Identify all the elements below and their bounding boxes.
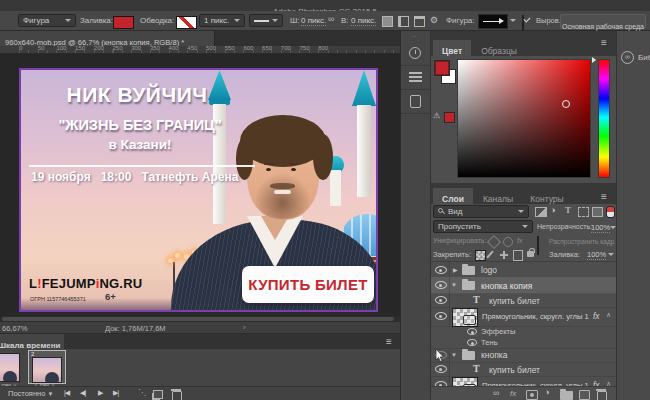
previous-frame-icon[interactable]: ◀| (80, 389, 85, 397)
libraries-panel-button[interactable]: ∞ Библиотеки (617, 49, 650, 67)
blend-mode-dropdown[interactable]: Пропустить (433, 220, 533, 233)
expand-icon[interactable]: ▶ (453, 266, 458, 273)
panel-button-properties[interactable] (401, 66, 430, 90)
gamut-warning-swatch[interactable] (444, 112, 455, 123)
opacity-field[interactable]: 100% (591, 223, 610, 233)
layer-row-text[interactable]: T купить билет (431, 293, 616, 308)
panel-button-device-preview[interactable] (401, 90, 430, 114)
layer-row-knopka-kopiya[interactable]: ▼ кнопка копия (431, 277, 616, 294)
document-tab[interactable]: 960x640-mob.psd @ 66,7% (кнопка копия, R… (0, 31, 215, 46)
shape-preview[interactable] (478, 14, 508, 29)
visibility-toggle[interactable] (435, 266, 447, 274)
status-options-arrow[interactable]: › (243, 323, 246, 332)
layer-mask-icon[interactable] (526, 390, 538, 400)
visibility-toggle[interactable] (435, 365, 447, 373)
animation-frame[interactable] (0, 353, 20, 382)
color-panel-menu-icon[interactable]: ≡ (601, 37, 606, 48)
canvas[interactable]: НИК ВУЙЧИЧ "ЖИЗНЬ БЕЗ ГРАНИЦ" в Казани! … (19, 68, 378, 312)
ruler-tick-label: 400 (169, 46, 179, 51)
visibility-toggle[interactable] (435, 281, 447, 289)
layer-style-icon[interactable]: fx (510, 389, 516, 398)
workspace-switcher[interactable]: Основная рабочая среда (560, 14, 646, 29)
scrollbar-thumb[interactable] (2, 317, 394, 321)
gear-icon[interactable]: ⚙ (430, 15, 438, 25)
collapse-icon[interactable]: ▼ (451, 282, 457, 288)
layer-row-effects[interactable]: Эффекты (431, 326, 616, 337)
path-arrangement-icon[interactable] (414, 16, 425, 27)
animation-frame-selected[interactable]: 2 (28, 350, 66, 384)
pasteboard[interactable]: НИК ВУЙЧИЧ "ЖИЗНЬ БЕЗ ГРАНИЦ" в Казани! … (0, 54, 400, 316)
fx-collapse-icon[interactable]: ∧ (606, 311, 611, 319)
zoom-level-field[interactable]: 66,67% (2, 324, 27, 333)
tab-color[interactable]: Цвет (433, 40, 471, 56)
path-alignment-icon[interactable] (398, 16, 409, 27)
fill-field[interactable]: 100% (587, 250, 606, 260)
filter-shape-layers-icon[interactable] (578, 207, 589, 217)
layer-row-logo[interactable]: ▶ logo (431, 262, 616, 278)
filtering-toggle[interactable] (606, 206, 615, 218)
new-group-icon[interactable] (560, 391, 573, 400)
color-field-marker[interactable] (562, 100, 570, 108)
lock-transparency-icon[interactable] (475, 250, 486, 261)
fx-badge[interactable]: fx (593, 311, 600, 321)
unify-position-icon[interactable] (487, 235, 501, 249)
chevron-down-icon[interactable] (510, 19, 516, 22)
foreground-color-swatch[interactable] (434, 60, 450, 76)
play-icon[interactable]: ▶ (98, 389, 103, 397)
layers-panel-menu-icon[interactable]: ≡ (601, 191, 606, 202)
stroke-type-dropdown[interactable] (249, 14, 283, 27)
stroke-width-dropdown[interactable]: 1 пикс. (199, 14, 245, 27)
layer-row-text[interactable]: T купить билет (431, 362, 616, 377)
stroke-width-value: 1 пикс. (204, 16, 229, 25)
panel-button-history[interactable] (401, 42, 430, 66)
collapse-icon[interactable]: ▼ (451, 352, 457, 358)
filter-smart-objects-icon[interactable] (592, 207, 603, 217)
next-frame-icon[interactable]: ▶| (113, 389, 118, 397)
timeline-tab[interactable]: Шкала времени (0, 334, 64, 349)
lock-artboard-icon[interactable] (513, 250, 523, 261)
fill-color-swatch[interactable] (113, 16, 134, 29)
chevron-down-icon[interactable] (608, 253, 614, 256)
timeline-menu-icon[interactable]: ≡ (386, 336, 391, 347)
visibility-toggle[interactable] (435, 296, 447, 304)
loop-mode-dropdown[interactable]: Постоянно ▼ (8, 389, 53, 398)
unify-visibility-icon[interactable] (503, 237, 513, 247)
saturation-brightness-field[interactable] (457, 59, 591, 178)
first-frame-icon[interactable]: |◀ (64, 389, 69, 397)
filter-type-layers-icon[interactable]: T (565, 205, 571, 215)
adjustment-layer-icon[interactable]: ◑ (544, 387, 549, 397)
visibility-toggle[interactable] (467, 339, 477, 346)
tab-swatches[interactable]: Образцы (473, 40, 525, 56)
path-operations-icon[interactable] (382, 16, 393, 27)
new-layer-icon[interactable] (579, 390, 590, 400)
buy-ticket-button[interactable]: КУПИТЬ БИЛЕТ (242, 266, 374, 303)
filter-adjustment-layers-icon[interactable]: ◑ (550, 205, 555, 215)
filter-pixel-layers-icon[interactable] (535, 207, 547, 217)
tab-channels[interactable]: Каналы (475, 188, 521, 204)
horizontal-ruler[interactable]: 0501001502002503003504004505005506006507… (0, 46, 400, 54)
unify-style-icon[interactable]: fx (517, 237, 522, 244)
delete-frame-icon[interactable] (172, 391, 182, 400)
tool-mode-dropdown[interactable]: Фигура (18, 14, 76, 27)
delete-layer-icon[interactable] (597, 391, 607, 400)
layer-row-shape[interactable]: Прямоугольник, скругл. углы 1 fx ∧ (431, 307, 616, 327)
duplicate-frame-icon[interactable] (153, 390, 163, 399)
lock-pixels-icon[interactable] (486, 250, 493, 258)
shape-width-field[interactable]: 0 пикс. (301, 16, 326, 26)
tab-layers[interactable]: Слои (433, 188, 473, 204)
person-hair-side (313, 134, 333, 180)
visibility-toggle[interactable] (435, 312, 447, 320)
shape-height-field[interactable]: 0 пикс. (351, 16, 376, 26)
layer-filter-dropdown[interactable]: Вид (433, 205, 529, 218)
tween-icon[interactable]: ⋱ (138, 388, 146, 397)
visibility-toggle[interactable] (467, 328, 477, 335)
gamut-warning-icon[interactable]: ⚠ (433, 111, 440, 120)
link-dimensions-icon[interactable]: ∞ (328, 14, 334, 24)
hue-slider[interactable] (598, 59, 610, 178)
shape-width-label: Ш: (290, 16, 300, 25)
lock-position-icon[interactable] (500, 251, 508, 259)
layer-row-knopka[interactable]: ▼ кнопка (431, 348, 616, 363)
link-layers-icon[interactable]: ∞ (493, 388, 499, 398)
tab-paths[interactable]: Контуры (523, 188, 571, 204)
stroke-color-swatch[interactable] (176, 16, 197, 29)
